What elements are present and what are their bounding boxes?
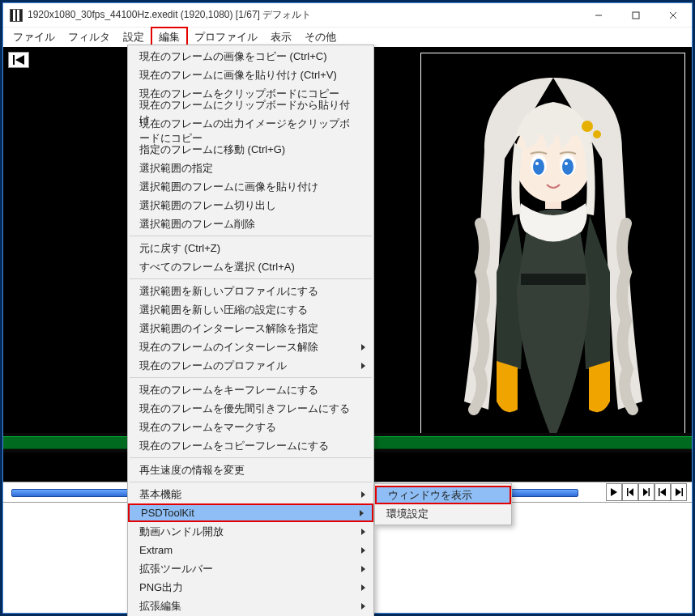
svg-point-14	[562, 159, 573, 175]
dropdown-item[interactable]: すべてのフレームを選択 (Ctrl+A)	[128, 257, 373, 276]
svg-marker-18	[629, 488, 633, 496]
dropdown-item[interactable]: 動画ハンドル開放	[128, 522, 373, 541]
dropdown-item[interactable]: 元に戻す (Ctrl+Z)	[128, 239, 373, 257]
submenu-arrow-icon	[361, 603, 365, 610]
go-end-button[interactable]	[671, 483, 687, 501]
svg-rect-25	[682, 488, 684, 496]
dropdown-item[interactable]: PSDToolKit	[128, 503, 373, 522]
svg-marker-5	[15, 55, 24, 65]
submenu-arrow-icon	[360, 510, 364, 516]
submenu-arrow-icon	[361, 363, 365, 369]
dropdown-item[interactable]: 基本機能	[128, 485, 373, 503]
svg-rect-22	[659, 488, 660, 496]
go-start-button[interactable]	[8, 52, 29, 68]
menu-file[interactable]: ファイル	[6, 28, 62, 46]
dropdown-item[interactable]: 現在のフレームのインターレース解除	[128, 338, 373, 356]
submenu-arrow-icon	[361, 529, 365, 535]
svg-marker-23	[660, 488, 666, 496]
svg-rect-6	[521, 274, 586, 285]
transport-controls	[606, 482, 687, 503]
submenu-arrow-icon	[361, 491, 365, 498]
submenu-item[interactable]: ウィンドウを表示	[375, 486, 511, 504]
dropdown-item[interactable]: 選択範囲のフレーム切り出し	[128, 196, 373, 215]
submenu-arrow-icon	[361, 344, 365, 350]
svg-point-9	[582, 121, 593, 132]
dropdown-item[interactable]: 選択範囲のフレームに画像を貼り付け	[128, 177, 373, 196]
svg-marker-20	[643, 488, 648, 496]
dropdown-item[interactable]: 再生速度の情報を変更	[128, 461, 373, 479]
dropdown-separator	[130, 236, 372, 236]
psdtoolkit-submenu: ウィンドウを表示環境設定	[374, 483, 512, 525]
dropdown-item[interactable]: 現在のフレームの出力イメージをクリップボードにコピー	[128, 121, 373, 140]
dropdown-separator	[130, 278, 372, 279]
submenu-arrow-icon	[361, 566, 365, 572]
svg-point-10	[593, 130, 601, 138]
step-back-button[interactable]	[622, 483, 638, 501]
dropdown-item[interactable]: Extram	[128, 541, 373, 559]
dropdown-item[interactable]: 拡張ツールバー	[128, 559, 373, 578]
svg-marker-24	[676, 488, 681, 496]
submenu-item[interactable]: 環境設定	[375, 504, 511, 523]
go-start-button-2[interactable]	[654, 483, 671, 501]
submenu-arrow-icon	[361, 584, 365, 591]
submenu-arrow-icon	[361, 547, 365, 554]
window-controls	[580, 3, 692, 28]
svg-point-16	[565, 162, 568, 165]
menu-view[interactable]: 表示	[264, 28, 298, 46]
menu-settings[interactable]: 設定	[117, 28, 151, 46]
svg-marker-17	[611, 488, 617, 496]
minimize-button[interactable]	[580, 3, 617, 28]
svg-point-15	[535, 162, 539, 165]
dropdown-item[interactable]: PNG出力	[128, 578, 373, 597]
window-title: 1920x1080_30fps_44100Hz.exedit (1920,108…	[28, 8, 580, 22]
dropdown-item[interactable]: 現在のフレームの画像をコピー (Ctrl+C)	[128, 47, 373, 66]
dropdown-item[interactable]: 選択範囲を新しい圧縮の設定にする	[128, 300, 373, 319]
svg-point-13	[533, 159, 544, 175]
close-button[interactable]	[654, 3, 692, 28]
dropdown-separator	[130, 457, 372, 458]
dropdown-separator	[130, 482, 372, 482]
svg-rect-21	[649, 488, 650, 496]
play-button[interactable]	[606, 483, 622, 501]
edit-dropdown: 現在のフレームの画像をコピー (Ctrl+C)現在のフレームに画像を貼り付け (…	[127, 45, 374, 616]
svg-rect-4	[13, 55, 15, 65]
dropdown-item[interactable]: 選択範囲のインターレース解除を指定	[128, 319, 373, 338]
character-image	[440, 62, 667, 458]
step-fwd-button[interactable]	[638, 483, 654, 501]
dropdown-item[interactable]: 現在のフレームのプロファイル	[128, 356, 373, 375]
dropdown-item[interactable]: 現在のフレームをマークする	[128, 418, 373, 436]
menu-profile[interactable]: プロファイル	[188, 28, 264, 46]
titlebar: 1920x1080_30fps_44100Hz.exedit (1920,108…	[3, 3, 692, 28]
menu-filter[interactable]: フィルタ	[62, 28, 117, 46]
dropdown-item[interactable]: 選択範囲を新しいプロファイルにする	[128, 282, 373, 300]
app-icon	[10, 9, 23, 22]
dropdown-item[interactable]: 現在のフレームをコピーフレームにする	[128, 436, 373, 455]
dropdown-item[interactable]: 指定のフレームに移動 (Ctrl+G)	[128, 140, 373, 159]
dropdown-item[interactable]: 選択範囲のフレーム削除	[128, 215, 373, 233]
dropdown-item[interactable]: 現在のフレームをキーフレームにする	[128, 380, 373, 399]
maximize-button[interactable]	[617, 3, 654, 28]
svg-rect-19	[627, 488, 629, 496]
dropdown-item[interactable]: 現在のフレームに画像を貼り付け (Ctrl+V)	[128, 66, 373, 84]
preview-frame	[420, 53, 685, 465]
menu-other[interactable]: その他	[298, 28, 343, 46]
dropdown-item[interactable]: 現在のフレームを優先間引きフレームにする	[128, 399, 373, 418]
dropdown-item[interactable]: 選択範囲の指定	[128, 159, 373, 177]
dropdown-separator	[130, 377, 372, 378]
svg-rect-1	[633, 12, 639, 19]
dropdown-item[interactable]: 拡張編集	[128, 597, 373, 615]
